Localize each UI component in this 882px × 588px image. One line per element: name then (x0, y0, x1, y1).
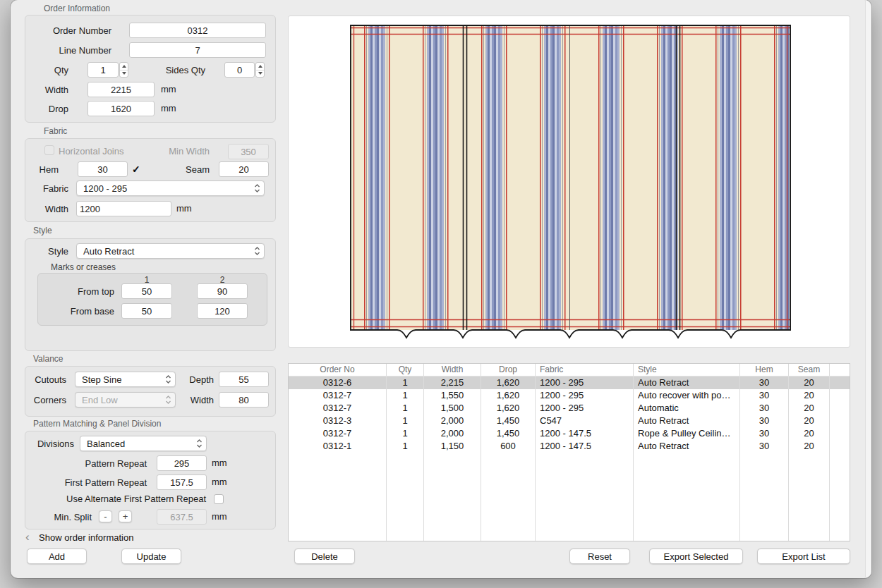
table-cell (536, 529, 634, 541)
table-cell: 2,000 (424, 427, 481, 440)
table-cell (387, 453, 424, 465)
table-cell: Auto Retract (634, 415, 740, 427)
add-button[interactable]: Add (27, 549, 87, 564)
table-cell (536, 453, 634, 465)
seam-input[interactable] (219, 161, 269, 177)
table-cell (387, 478, 424, 491)
table-cell (830, 478, 850, 491)
show-order-information-link[interactable]: Show order information (39, 532, 133, 543)
fabric-width-input[interactable] (76, 201, 171, 216)
from-top-label: From top (37, 284, 114, 300)
table-cell (830, 503, 850, 516)
table-cell (740, 516, 789, 529)
column-header[interactable]: Seam (789, 364, 830, 376)
column-header[interactable]: Qty (387, 364, 424, 376)
table-header-row: Order No Qty Width Drop Fabric Style Hem… (289, 364, 850, 376)
table-row[interactable]: 0312-711,5501,6201200 - 295Auto recover … (289, 389, 850, 402)
table-cell (789, 478, 830, 491)
valance-width-input[interactable] (219, 392, 269, 408)
mm-unit-label: mm (161, 101, 176, 116)
table-cell (789, 465, 830, 478)
from-top-1-input[interactable] (121, 283, 172, 299)
stepper-down-icon[interactable] (256, 70, 264, 78)
column-header[interactable]: Order No (289, 364, 387, 376)
table-cell (289, 478, 387, 491)
qty-input[interactable] (87, 62, 119, 78)
line-number-input[interactable] (129, 42, 266, 58)
table-cell: 20 (789, 376, 830, 389)
table-cell (830, 376, 850, 389)
style-select[interactable]: Auto Retract (76, 243, 265, 259)
chevron-left-icon[interactable] (25, 531, 30, 543)
mm-unit-label: mm (212, 474, 227, 490)
table-cell (789, 516, 830, 529)
delete-button[interactable]: Delete (294, 549, 355, 564)
from-top-2-input[interactable] (197, 283, 248, 299)
column-header[interactable]: Fabric (536, 364, 634, 376)
min-split-decrement-button[interactable]: - (99, 510, 112, 522)
valance-title: Valance (33, 354, 63, 364)
update-button[interactable]: Update (121, 549, 181, 564)
table-cell: 20 (789, 389, 830, 402)
hem-check-icon[interactable] (132, 164, 142, 174)
mm-unit-label: mm (212, 455, 227, 471)
cutouts-select[interactable]: Step Sine (75, 372, 176, 387)
fabric-select[interactable]: 1200 - 295 (76, 180, 265, 196)
table-row[interactable] (289, 465, 850, 478)
cutouts-select-value: Step Sine (82, 374, 121, 385)
popup-arrows-icon (165, 396, 171, 405)
table-cell (289, 516, 387, 529)
export-list-button[interactable]: Export List (757, 549, 850, 564)
table-cell (424, 465, 481, 478)
pattern-repeat-input[interactable] (157, 455, 207, 471)
drop-label: Drop (25, 102, 68, 117)
from-base-1-input[interactable] (121, 303, 172, 319)
table-cell: 20 (789, 440, 830, 453)
table-row[interactable]: 0312-312,0001,450C547Auto Retract3020 (289, 415, 850, 427)
table-cell (830, 516, 850, 529)
table-row[interactable]: 0312-711,5001,6201200 - 295Automatic3020 (289, 402, 850, 415)
column-header[interactable]: Width (424, 364, 481, 376)
table-cell (424, 503, 481, 516)
sides-qty-stepper[interactable] (255, 62, 265, 78)
stepper-up-icon[interactable] (256, 63, 264, 70)
table-cell (481, 465, 536, 478)
table-row[interactable] (289, 529, 850, 541)
hem-input[interactable] (78, 161, 128, 177)
fabric-preview-canvas (289, 16, 850, 347)
table-row[interactable]: 0312-111,1506001200 - 147.5Auto Retract3… (289, 440, 850, 453)
export-selected-button[interactable]: Export Selected (649, 549, 743, 564)
table-cell: 20 (789, 402, 830, 415)
divisions-label: Divisions (25, 436, 74, 452)
scrollbar[interactable] (865, 0, 871, 578)
reset-button[interactable]: Reset (569, 549, 630, 564)
corners-label: Corners (25, 393, 66, 408)
sides-qty-input[interactable] (224, 62, 255, 78)
table-cell (789, 529, 830, 541)
min-split-increment-button[interactable]: + (119, 510, 132, 522)
table-row[interactable] (289, 478, 850, 491)
table-row[interactable] (289, 503, 850, 516)
use-alternate-checkbox[interactable] (214, 494, 224, 504)
table-row[interactable]: 0312-712,0001,4501200 - 147.5Rope & Pull… (289, 427, 850, 440)
order-width-input[interactable] (87, 82, 155, 97)
drop-input[interactable] (87, 101, 155, 116)
table-cell (289, 503, 387, 516)
order-number-input[interactable] (129, 23, 266, 38)
column-header[interactable]: Style (634, 364, 740, 376)
from-base-2-input[interactable] (197, 303, 248, 319)
table-cell: 1200 - 147.5 (536, 427, 634, 440)
table-cell: 0312-6 (289, 376, 387, 389)
table-row[interactable] (289, 516, 850, 529)
min-width-input (228, 144, 269, 159)
column-header[interactable]: Hem (740, 364, 789, 376)
min-split-label: Min. Split (39, 510, 92, 525)
table-row[interactable] (289, 491, 850, 503)
table-cell (387, 465, 424, 478)
column-header[interactable]: Drop (481, 364, 536, 376)
depth-input[interactable] (219, 372, 269, 387)
first-pattern-repeat-input[interactable] (157, 474, 207, 490)
table-row[interactable]: 0312-612,2151,6201200 - 295Auto Retract3… (289, 376, 850, 389)
divisions-select[interactable]: Balanced (80, 436, 207, 451)
table-row[interactable] (289, 453, 850, 465)
